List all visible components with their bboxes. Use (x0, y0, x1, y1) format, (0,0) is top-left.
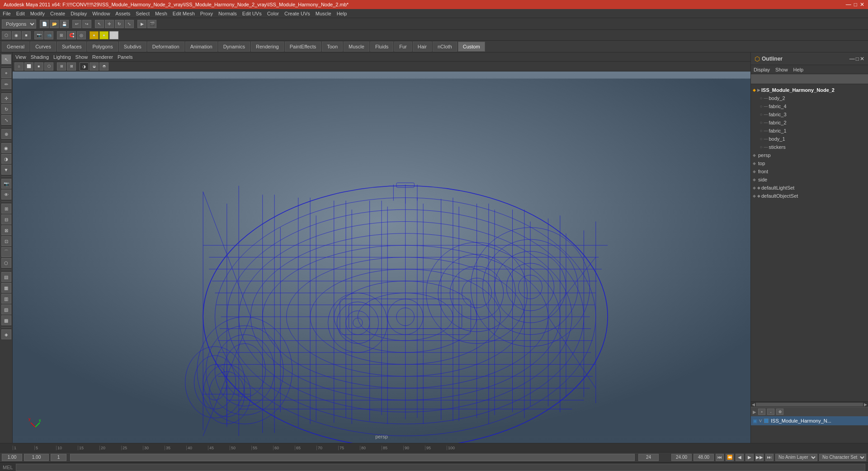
outliner-show-menu[interactable]: Show (775, 67, 788, 72)
tab-polygons[interactable]: Polygons (87, 42, 118, 52)
tree-item-fabric_4[interactable]: ○—fabric_4 (751, 102, 868, 110)
panels-menu[interactable]: Panels (118, 54, 133, 60)
start-frame-field[interactable]: 1.00 (2, 454, 22, 461)
menu-item-help[interactable]: Help (337, 11, 347, 16)
vp-frame-icon[interactable]: ⬜ (24, 62, 33, 71)
show-hide-tool[interactable]: ⊞ (1, 204, 11, 214)
move-tool[interactable]: ✛ (1, 93, 11, 103)
play-btn[interactable]: ▶ (745, 454, 754, 461)
mel-input[interactable] (16, 464, 865, 471)
tree-item-defaultLightSet[interactable]: ◆◆defaultLightSet (751, 184, 868, 192)
tree-item-iss_module[interactable]: ◆▶ISS_Module_Harmony_Node_2 (751, 86, 868, 94)
delete-layer-btn[interactable]: - (767, 409, 774, 415)
rotate-icon[interactable]: ↻ (115, 20, 124, 28)
outliner-help-menu[interactable]: Help (793, 67, 804, 72)
time-end2-field[interactable]: 48.00 (693, 454, 714, 461)
new-layer-btn[interactable]: + (758, 409, 765, 415)
grid-icon[interactable]: ⊞ (57, 31, 66, 39)
vp-flat-icon[interactable]: ◓ (99, 62, 108, 71)
prev-key-btn[interactable]: ⏮ (716, 454, 724, 461)
attr-tool[interactable]: ▥ (1, 294, 11, 304)
mode-dropdown[interactable]: Polygons (2, 19, 36, 29)
cam2-icon[interactable]: 📹 (44, 31, 53, 39)
menu-item-normals[interactable]: Normals (218, 11, 237, 16)
outliner-maximize-btn[interactable]: □ (856, 56, 859, 62)
char-set-dropdown[interactable]: No Character Set (819, 454, 866, 461)
redo-icon[interactable]: ↪ (82, 20, 91, 28)
lasso-tool[interactable]: ⌖ (1, 68, 11, 78)
surface-tool[interactable]: ⬡ (1, 258, 11, 268)
vp-uv-icon[interactable]: ⊠ (67, 62, 76, 71)
light3-icon[interactable]: ● (109, 31, 118, 39)
hscroll-right-btn[interactable]: ▶ (864, 402, 867, 407)
select-icon[interactable]: ↖ (95, 20, 104, 28)
vp-smooth-icon[interactable]: ◒ (90, 62, 99, 71)
close-btn[interactable]: ✕ (860, 1, 864, 8)
tree-item-fabric_1[interactable]: ○—fabric_1 (751, 127, 868, 135)
menu-item-color[interactable]: Color (267, 11, 279, 16)
vp-solid-icon[interactable]: ■ (34, 62, 43, 71)
snap-tool[interactable]: ⊠ (1, 225, 11, 235)
layer-item[interactable]: ▣ V ISS_Module_Harmony_N... (751, 416, 868, 425)
undo-icon[interactable]: ↩ (72, 20, 81, 28)
tab-curves[interactable]: Curves (30, 42, 56, 52)
anim-layer-dropdown[interactable]: No Anim Layer (775, 454, 817, 461)
scale-tool[interactable]: ⤡ (1, 115, 11, 125)
cam1-icon[interactable]: 📷 (34, 31, 43, 39)
soft-tool[interactable]: ◉ (1, 143, 11, 153)
tab-muscle[interactable]: Muscle (344, 42, 369, 52)
tab-fur[interactable]: Fur (394, 42, 412, 52)
vp-shaded-icon[interactable]: ◑ (80, 62, 89, 71)
render-tool[interactable]: ▩ (1, 315, 11, 325)
scale-icon[interactable]: ⤡ (125, 20, 134, 28)
node-tool[interactable]: ▧ (1, 304, 11, 314)
snap1-icon[interactable]: 🧲 (67, 31, 76, 39)
light1-icon[interactable]: ● (90, 31, 99, 39)
new-icon[interactable]: 📄 (40, 20, 49, 28)
lighting-menu[interactable]: Lighting (53, 54, 71, 60)
bucket-tool[interactable]: ▼ (1, 165, 11, 175)
select-tool[interactable]: ↖ (1, 54, 11, 64)
step-fwd-btn[interactable]: ▶▶ (755, 454, 764, 461)
current-frame-field[interactable]: 1.00 (24, 454, 49, 461)
frame-number-field[interactable]: 1 (51, 454, 66, 461)
tree-item-body_2[interactable]: ○—body_2 (751, 94, 868, 102)
snap2-icon[interactable]: ◎ (77, 31, 86, 39)
vp-home-icon[interactable]: ⌂ (14, 62, 24, 71)
tree-item-stickers[interactable]: ○—stickers (751, 143, 868, 151)
tab-deformation[interactable]: Deformation (147, 42, 184, 52)
step-back-btn[interactable]: ◀ (736, 454, 744, 461)
tab-surfaces[interactable]: Surfaces (57, 42, 86, 52)
universal-tool[interactable]: ⊕ (1, 129, 11, 139)
align-tool[interactable]: ⊡ (1, 236, 11, 246)
menu-item-window[interactable]: Window (92, 11, 110, 16)
channel-tool[interactable]: ▦ (1, 283, 11, 293)
tree-item-defaultObjectSet[interactable]: ◆◆defaultObjectSet (751, 192, 868, 200)
tree-item-side[interactable]: ◆side (751, 176, 868, 184)
menu-item-select[interactable]: Select (136, 11, 150, 16)
layer-tool[interactable]: ▤ (1, 272, 11, 282)
menu-item-create-uvs[interactable]: Create UVs (284, 11, 310, 16)
menu-item-edit-mesh[interactable]: Edit Mesh (173, 11, 195, 16)
camera-tool[interactable]: 📷 (1, 179, 11, 189)
outliner-search-input[interactable] (751, 74, 868, 84)
menu-item-proxy[interactable]: Proxy (200, 11, 213, 16)
maximize-btn[interactable]: □ (854, 1, 857, 8)
open-icon[interactable]: 📂 (50, 20, 59, 28)
prev-frame-btn[interactable]: ⏪ (726, 454, 734, 461)
tab-animation[interactable]: Animation (185, 42, 217, 52)
view-tool[interactable]: 👁 (1, 190, 11, 200)
menu-item-muscle[interactable]: Muscle (316, 11, 331, 16)
vp-grid-icon[interactable]: ⊞ (57, 62, 66, 71)
outliner-close-btn[interactable]: ✕ (860, 56, 864, 62)
outliner-display-menu[interactable]: Display (754, 67, 770, 72)
curve-tool[interactable]: ⌒ (1, 247, 11, 257)
wire-icon[interactable]: ⬡ (2, 31, 11, 39)
paint-tool[interactable]: ✏ (1, 79, 11, 89)
next-key-btn[interactable]: ⏭ (765, 454, 774, 461)
rotate-tool[interactable]: ↻ (1, 104, 11, 114)
show-menu[interactable]: Show (75, 54, 88, 60)
tab-hair[interactable]: Hair (413, 42, 432, 52)
menu-item-create[interactable]: Create (50, 11, 65, 16)
sculpt-tool[interactable]: ◑ (1, 154, 11, 164)
